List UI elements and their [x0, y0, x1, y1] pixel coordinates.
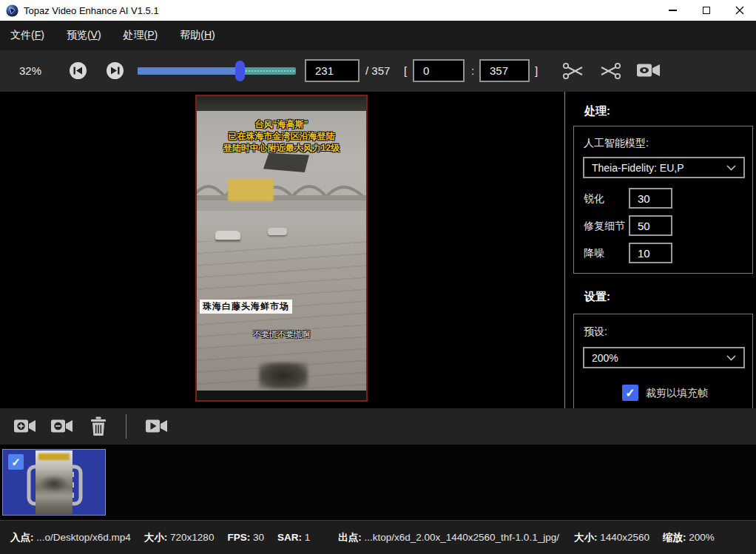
maximize-button[interactable] — [689, 0, 723, 21]
processing-groupbox: 人工智能模型: Theia-Fidelity: EU,P 锐化 修复细节 降噪 — [573, 126, 753, 274]
ai-model-dropdown[interactable]: Theia-Fidelity: EU,P — [583, 157, 745, 178]
ai-model-label: 人工智能模型: — [584, 137, 649, 150]
chevron-down-icon — [726, 355, 736, 361]
camera-eye-icon — [636, 61, 661, 79]
video-overlay-title: 台风“海高斯” 已在珠海市金湾区沿海登陆 登陆时中心附近最大风力12级 — [197, 118, 366, 154]
camera-play-icon — [145, 417, 168, 435]
sharpen-label: 锐化 — [584, 192, 604, 206]
close-button[interactable] — [723, 0, 756, 21]
video-overlay-title-line3: 登陆时中心附近最大风力12级 — [197, 142, 366, 154]
camera-plus-icon — [13, 417, 36, 435]
thumbnail-checkbox[interactable]: ✓ — [8, 454, 24, 470]
range-open-bracket: [ — [404, 50, 407, 92]
remove-video-button[interactable] — [50, 417, 73, 435]
processing-header: 处理: — [584, 104, 610, 118]
video-overlay-title-line1: 台风“海高斯” — [197, 118, 366, 130]
video-letterbox-top — [197, 96, 366, 111]
video-overlay-title-line2: 已在珠海市金湾区沿海登陆 — [197, 130, 366, 142]
minimize-button[interactable] — [656, 0, 689, 21]
video-list-toolbar — [0, 408, 756, 445]
title-bar: Topaz Video Enhance AI V1.5.1 — [0, 0, 756, 21]
menu-process[interactable]: 处理(P) — [122, 26, 160, 45]
timeline-slider[interactable] — [138, 67, 296, 75]
trim-out-button[interactable] — [599, 61, 621, 81]
current-frame-input[interactable] — [305, 59, 360, 82]
check-icon: ✓ — [11, 456, 21, 469]
status-input-path: 入点: ...o/Desktop/x6d.mp4 — [10, 531, 131, 544]
status-input-size: 大小: 720x1280 — [144, 531, 215, 544]
window-title: Topaz Video Enhance AI V1.5.1 — [24, 5, 159, 16]
maximize-icon — [703, 7, 710, 14]
right-panel: 处理: 人工智能模型: Theia-Fidelity: EU,P 锐化 修复细节… — [565, 92, 756, 408]
app-window: Topaz Video Enhance AI V1.5.1 文件(F) 预览(V… — [0, 0, 756, 554]
trash-icon — [90, 415, 107, 437]
video-content-bridge — [197, 167, 366, 212]
denoise-input[interactable] — [629, 243, 672, 263]
scissors-left-icon — [562, 61, 584, 81]
window-controls — [656, 0, 756, 21]
toolbar-divider — [126, 414, 126, 439]
preview-button[interactable] — [636, 61, 661, 79]
menu-preview[interactable]: 预览(V) — [65, 26, 103, 45]
camera-minus-icon — [50, 417, 73, 435]
skip-back-button[interactable] — [70, 62, 87, 79]
video-caption: 不要慌不要慌啊 — [197, 329, 366, 340]
thumbnail-strip: ✓ — [0, 445, 756, 520]
video-content-car — [268, 228, 287, 235]
add-video-button[interactable] — [13, 417, 36, 435]
main-area: 台风“海高斯” 已在珠海市金湾区沿海登陆 登陆时中心附近最大风力12级 珠海白藤… — [0, 92, 756, 408]
ai-model-value: Theia-Fidelity: EU,P — [592, 162, 684, 174]
video-letterbox-bottom — [197, 391, 366, 400]
status-fps: FPS: 30 — [227, 532, 264, 543]
process-video-button[interactable] — [145, 417, 168, 435]
range-start-input[interactable] — [413, 59, 465, 82]
video-content-truck — [228, 179, 274, 201]
status-bar: 入点: ...o/Desktop/x6d.mp4 大小: 720x1280 FP… — [0, 520, 756, 554]
status-sar: SAR: 1 — [277, 532, 310, 543]
video-thumbnail-item[interactable]: ✓ — [2, 449, 106, 516]
playback-toolbar: 32% / 357 [ : ] — [0, 50, 756, 92]
check-icon: ✓ — [625, 386, 635, 400]
preset-dropdown[interactable]: 200% — [583, 347, 745, 368]
video-preview[interactable]: 台风“海高斯” 已在珠海市金湾区沿海登陆 登陆时中心附近最大风力12级 珠海白藤… — [195, 95, 368, 402]
video-location-tag: 珠海白藤头海鲜市场 — [200, 300, 292, 314]
skip-forward-icon — [110, 67, 120, 75]
timeline-slider-fill — [138, 67, 240, 75]
status-scale: 缩放: 200% — [663, 531, 715, 544]
video-content-debris-dark — [259, 362, 308, 389]
minimize-icon — [669, 10, 677, 11]
timeline-slider-handle[interactable] — [235, 61, 245, 81]
skip-back-icon — [73, 67, 83, 75]
chevron-down-icon — [726, 165, 736, 171]
crop-to-fill-checkbox[interactable]: ✓ — [622, 385, 638, 401]
trim-in-button[interactable] — [562, 61, 584, 81]
range-close-bracket: ] — [535, 50, 538, 92]
frame-total-label: / 357 — [365, 50, 390, 92]
zoom-level-label: 32% — [19, 50, 41, 92]
sharpen-input[interactable] — [629, 188, 672, 209]
menu-bar: 文件(F) 预览(V) 处理(P) 帮助(H) — [0, 21, 756, 50]
video-content-car — [215, 231, 240, 240]
app-logo-icon — [6, 4, 18, 17]
scissors-right-icon — [599, 61, 621, 81]
status-output-size: 大小: 1440x2560 — [574, 531, 649, 544]
range-separator: : — [471, 50, 474, 92]
crop-to-fill-label: 裁剪以填充帧 — [646, 387, 708, 400]
skip-forward-button[interactable] — [107, 62, 124, 79]
restore-detail-label: 修复细节 — [584, 220, 625, 233]
video-thumbnail-image — [36, 450, 72, 514]
delete-video-button[interactable] — [90, 415, 107, 437]
range-end-input[interactable] — [479, 59, 530, 82]
preset-label: 预设: — [584, 325, 607, 339]
restore-detail-input[interactable] — [629, 215, 672, 236]
status-output-path: 出点: ...ktop/x6d_2.00x_1440x2560_thf-1.0.… — [338, 531, 559, 544]
menu-file[interactable]: 文件(F) — [9, 26, 46, 45]
menu-help[interactable]: 帮助(H) — [178, 26, 216, 45]
preset-value: 200% — [592, 352, 618, 364]
settings-header: 设置: — [584, 290, 610, 304]
denoise-label: 降噪 — [584, 247, 604, 260]
close-icon — [735, 6, 744, 15]
